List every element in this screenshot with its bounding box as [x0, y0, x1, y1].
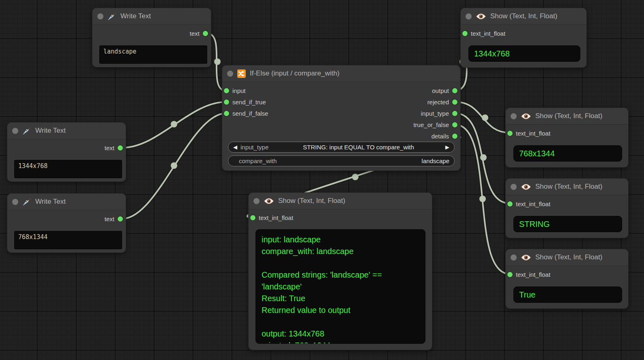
- port-label: rejected: [427, 99, 449, 106]
- port-label: send_if_false: [232, 110, 268, 117]
- combo-next-arrow[interactable]: ▶: [445, 144, 449, 150]
- eye-icon: [476, 13, 486, 20]
- node-title: Show (Text, Int, Float): [278, 197, 345, 205]
- port-dot[interactable]: [118, 145, 123, 151]
- collapse-toggle[interactable]: [12, 128, 18, 134]
- port-label: input: [232, 87, 246, 94]
- node-write-text-2[interactable]: Write Text text 1344x768: [7, 123, 126, 181]
- node-title: Show (Text, Int, Float): [490, 12, 557, 20]
- text-input[interactable]: 1344x768: [14, 160, 122, 178]
- port-dot[interactable]: [203, 31, 208, 36]
- collapse-toggle[interactable]: [511, 113, 517, 119]
- eye-icon: [521, 183, 531, 190]
- node-show-details[interactable]: Show (Text, Int, Float) text_int_float i…: [249, 193, 432, 350]
- port-label: details: [431, 133, 449, 140]
- port-label: text_int_float: [516, 200, 550, 207]
- node-title: If-Else (input / compare_with): [250, 69, 339, 78]
- port-label: text_int_float: [471, 30, 505, 37]
- collapse-toggle[interactable]: [511, 184, 517, 190]
- collapse-toggle[interactable]: [253, 198, 260, 204]
- port-label: output: [432, 87, 449, 94]
- node-show-output[interactable]: Show (Text, Int, Float) text_int_float 1…: [461, 8, 586, 67]
- collapse-toggle[interactable]: [97, 13, 103, 19]
- port-dot[interactable]: [118, 216, 123, 222]
- node-title: Write Text: [120, 12, 151, 20]
- port-label: text: [105, 144, 114, 151]
- collapse-toggle[interactable]: [227, 71, 233, 77]
- node-title: Write Text: [35, 198, 66, 206]
- node-title-bar: Show (Text, Int, Float): [461, 8, 586, 25]
- port-dot[interactable]: [462, 31, 468, 36]
- port-dot[interactable]: [452, 134, 457, 139]
- input-type-combo[interactable]: ◀ input_type STRING: input EQUAL TO comp…: [228, 142, 455, 153]
- output-port-output: output: [432, 85, 457, 96]
- port-dot[interactable]: [224, 88, 229, 93]
- port-dot[interactable]: [452, 111, 457, 116]
- combo-label: input_type: [240, 144, 268, 151]
- pen-icon: [22, 197, 31, 206]
- node-if-else[interactable]: If-Else (input / compare_with) input sen…: [222, 65, 460, 170]
- input-port-text-int-float: text_int_float: [507, 269, 550, 280]
- node-title: Show (Text, Int, Float): [535, 112, 602, 120]
- node-title: Show (Text, Int, Float): [535, 253, 602, 261]
- output-port-text: text: [105, 142, 123, 153]
- collapse-toggle[interactable]: [511, 254, 517, 261]
- text-input[interactable]: 768x1344: [14, 231, 122, 249]
- port-dot[interactable]: [507, 272, 513, 277]
- node-show-true-or-false[interactable]: Show (Text, Int, Float) text_int_float T…: [506, 249, 628, 308]
- input-port-send-if-true: send_if_true: [224, 97, 266, 107]
- show-display: True: [513, 287, 622, 303]
- port-dot[interactable]: [507, 131, 513, 136]
- show-display: STRING: [513, 216, 622, 232]
- field-label: compare_with: [239, 157, 277, 164]
- input-port-send-if-false: send_if_false: [224, 108, 268, 119]
- node-title-bar: Write Text: [7, 194, 126, 210]
- port-dot[interactable]: [250, 215, 255, 220]
- text-input[interactable]: landscape: [99, 45, 207, 64]
- output-port-true-or-false: true_or_false: [413, 119, 457, 130]
- port-dot[interactable]: [507, 201, 513, 207]
- show-display: 1344x768: [468, 45, 580, 62]
- port-label: text: [105, 216, 114, 222]
- eye-icon: [264, 198, 274, 205]
- port-dot[interactable]: [452, 122, 457, 127]
- port-label: text_int_float: [516, 130, 550, 137]
- output-port-text: text: [105, 213, 123, 224]
- eye-icon: [521, 254, 531, 261]
- node-title-bar: Show (Text, Int, Float): [249, 193, 432, 209]
- port-label: text_int_float: [259, 214, 293, 221]
- input-port-text-int-float: text_int_float: [507, 128, 550, 138]
- node-show-rejected[interactable]: Show (Text, Int, Float) text_int_float 7…: [506, 108, 628, 167]
- node-title-bar: Show (Text, Int, Float): [506, 108, 628, 125]
- output-port-input-type: input_type: [421, 108, 457, 119]
- node-title: Show (Text, Int, Float): [535, 183, 602, 191]
- port-dot[interactable]: [224, 99, 229, 105]
- compare-with-field[interactable]: compare_with landscape: [228, 155, 455, 166]
- node-title-bar: Show (Text, Int, Float): [506, 179, 628, 195]
- eye-icon: [521, 113, 531, 120]
- port-label: send_if_true: [232, 99, 266, 106]
- collapse-toggle[interactable]: [12, 199, 18, 205]
- combo-value: STRING: input EQUAL TO compare_with: [272, 144, 445, 151]
- port-dot[interactable]: [224, 111, 229, 116]
- port-dot[interactable]: [452, 99, 457, 105]
- port-label: input_type: [421, 110, 449, 117]
- combo-prev-arrow[interactable]: ◀: [233, 144, 237, 150]
- input-port-input: input: [224, 85, 246, 96]
- show-display: 768x1344: [513, 145, 622, 162]
- port-label: true_or_false: [413, 121, 449, 128]
- node-show-input-type[interactable]: Show (Text, Int, Float) text_int_float S…: [506, 179, 628, 238]
- node-editor-canvas[interactable]: Write Text text landscape Write Text tex…: [0, 0, 644, 360]
- collapse-toggle[interactable]: [466, 13, 472, 19]
- port-label: text: [190, 30, 200, 37]
- node-write-text-3[interactable]: Write Text text 768x1344: [7, 194, 126, 252]
- pen-icon: [22, 126, 31, 135]
- node-write-text-1[interactable]: Write Text text landscape: [92, 8, 211, 67]
- node-title-bar: Write Text: [92, 8, 211, 25]
- port-dot[interactable]: [452, 88, 457, 93]
- input-port-text-int-float: text_int_float: [250, 212, 293, 223]
- output-port-rejected: rejected: [427, 97, 457, 107]
- port-label: text_int_float: [516, 271, 550, 278]
- shuffle-icon: [237, 69, 246, 78]
- output-port-text: text: [190, 28, 208, 39]
